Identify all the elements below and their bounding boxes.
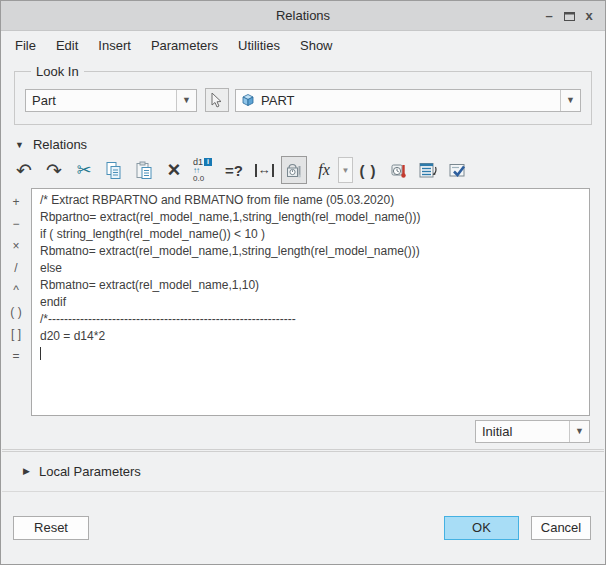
menu-utilities[interactable]: Utilities	[228, 34, 290, 57]
cancel-button[interactable]: Cancel	[531, 516, 591, 540]
copy-icon	[105, 161, 123, 180]
sort-list-icon	[418, 161, 438, 180]
relations-section-header[interactable]: ▼ Relations	[1, 131, 605, 154]
menu-bar: File Edit Insert Parameters Utilities Sh…	[1, 31, 605, 59]
ok-button[interactable]: OK	[444, 516, 519, 540]
relation-line: Rbmatno= extract(rel_model_name,1,string…	[40, 243, 581, 260]
cursor-arrow-icon	[211, 93, 223, 108]
relation-line: else	[40, 260, 581, 277]
delete-icon: ×	[168, 159, 181, 181]
expand-triangle-icon: ▶	[23, 466, 30, 476]
menu-edit[interactable]: Edit	[46, 34, 88, 57]
revision-row: Initial ▼	[1, 416, 605, 449]
look-in-target-select[interactable]: PART ▼	[235, 89, 581, 112]
part-icon	[241, 93, 255, 107]
operator-column: + − × / ^ ( ) [ ] =	[1, 188, 31, 416]
collapse-triangle-icon: ▼	[15, 140, 24, 150]
relation-line: if ( string_length(rel_model_name()) < 1…	[40, 226, 581, 243]
footer-bar: Reset OK Cancel	[1, 492, 605, 565]
relation-line: d20 = d14*2	[40, 328, 581, 345]
units-scale-icon	[285, 161, 303, 180]
toggle-dimension-display-button[interactable]: d1i ↑↑ 0.0	[191, 156, 217, 184]
look-in-scope-value: Part	[26, 93, 176, 108]
info-badge-icon: i	[204, 158, 212, 166]
delete-button[interactable]: ×	[161, 156, 187, 184]
relation-line: Rbpartno= extract(rel_model_name,1,strin…	[40, 209, 581, 226]
paste-icon	[135, 161, 153, 180]
relations-toolbar: ↶ ↷ ✂ × d1i ↑	[1, 154, 605, 188]
chevron-down-icon: ▼	[342, 166, 350, 175]
operator-minus-button[interactable]: −	[3, 213, 29, 235]
menu-show[interactable]: Show	[290, 34, 343, 57]
operator-power-button[interactable]: ^	[3, 279, 29, 301]
sort-relations-button[interactable]	[415, 156, 441, 184]
revision-select[interactable]: Initial ▼	[475, 420, 590, 443]
operators-icon: ( )	[359, 162, 376, 179]
look-in-scope-select[interactable]: Part ▼	[25, 89, 197, 112]
dialog-title: Relations	[276, 8, 330, 23]
paste-button[interactable]	[131, 156, 157, 184]
menu-insert[interactable]: Insert	[88, 34, 141, 57]
look-in-label: Look In	[31, 64, 84, 79]
look-in-group: Look In Part ▼ PART ▼	[14, 71, 592, 125]
menu-file[interactable]: File	[5, 34, 46, 57]
verify-check-icon	[448, 161, 468, 180]
cut-button[interactable]: ✂	[71, 156, 97, 184]
relations-editor[interactable]: /* Extract RBPARTNO and RBMATNO from fil…	[31, 188, 590, 416]
menu-parameters[interactable]: Parameters	[141, 34, 228, 57]
cursor-line	[40, 345, 581, 362]
units-sensitive-toggle-button[interactable]	[281, 156, 307, 184]
operator-plus-button[interactable]: +	[3, 191, 29, 213]
reset-button[interactable]: Reset	[13, 516, 89, 540]
verify-relations-button[interactable]	[445, 156, 471, 184]
evaluate-icon: =?	[225, 162, 243, 179]
operator-equals-button[interactable]: =	[3, 345, 29, 367]
redo-button[interactable]: ↷	[41, 156, 67, 184]
chevron-down-icon[interactable]: ▼	[569, 421, 589, 442]
select-item-button[interactable]	[205, 88, 229, 112]
measure-icon: ↔	[255, 164, 274, 177]
copy-button[interactable]	[101, 156, 127, 184]
relation-line: endif	[40, 294, 581, 311]
relations-section-label: Relations	[33, 137, 87, 152]
local-parameters-label: Local Parameters	[39, 464, 141, 479]
cut-icon: ✂	[76, 161, 91, 179]
chevron-down-icon[interactable]: ▼	[176, 90, 196, 111]
operator-parentheses-button[interactable]: ( )	[3, 301, 29, 323]
dimension-display-icon: d1i ↑↑ 0.0	[193, 158, 215, 183]
chevron-down-icon[interactable]: ▼	[560, 90, 580, 111]
relation-units-button[interactable]	[385, 156, 411, 184]
editor-area: + − × / ^ ( ) [ ] = /* Extract RBPARTNO …	[1, 188, 605, 416]
operator-divide-button[interactable]: /	[3, 257, 29, 279]
relation-line: Rbmatno= extract(rel_model_name,1,10)	[40, 277, 581, 294]
clock-thermometer-icon	[389, 161, 408, 180]
operator-brackets-button[interactable]: [ ]	[3, 323, 29, 345]
look-in-target-value: PART	[255, 93, 560, 108]
title-bar: Relations – x	[1, 1, 605, 31]
insert-operators-button[interactable]: ( )	[355, 156, 381, 184]
local-parameters-header[interactable]: ▶ Local Parameters	[1, 452, 605, 491]
relation-line: /* Extract RBPARTNO and RBMATNO from fil…	[40, 192, 581, 209]
window-controls: – x	[539, 1, 599, 30]
maximize-icon[interactable]	[559, 6, 579, 26]
insert-function-button[interactable]: fx	[311, 156, 337, 184]
function-icon: fx	[318, 161, 330, 179]
close-icon[interactable]: x	[579, 6, 599, 26]
undo-icon: ↶	[16, 161, 32, 180]
operator-multiply-button[interactable]: ×	[3, 235, 29, 257]
undo-button[interactable]: ↶	[11, 156, 37, 184]
relations-dialog: Relations – x File Edit Insert Parameter…	[0, 0, 606, 565]
minimize-icon[interactable]: –	[539, 6, 559, 26]
evaluate-button[interactable]: =?	[221, 156, 247, 184]
redo-icon: ↷	[46, 161, 62, 180]
revision-value: Initial	[476, 424, 569, 439]
measure-button[interactable]: ↔	[251, 156, 277, 184]
relation-line: /*--------------------------------------…	[40, 311, 581, 328]
text-caret	[40, 347, 41, 360]
insert-function-dropdown-button[interactable]: ▼	[338, 157, 353, 183]
